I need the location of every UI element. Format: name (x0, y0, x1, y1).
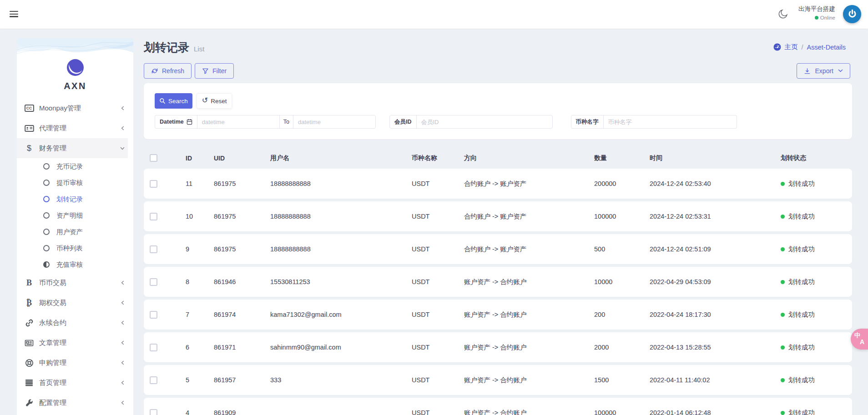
table-row: 6861971sahinmm90@gmail.comUSDT账户资产 -> 合约… (144, 332, 852, 362)
cell-coin: USDT (412, 245, 464, 253)
cell-coin: USDT (412, 409, 464, 415)
chevron-left-icon (120, 340, 125, 345)
circle-icon (43, 180, 50, 186)
row-checkbox[interactable] (150, 278, 157, 286)
cell-amount: 10000 (594, 278, 650, 285)
chevron-down-icon (838, 69, 843, 73)
cell-direction: 账户资产 -> 合约账户 (464, 376, 594, 385)
filter-icon (202, 68, 209, 75)
search-button[interactable]: Search (155, 93, 192, 109)
datetime-from-input[interactable] (197, 115, 279, 128)
avatar[interactable] (843, 5, 861, 23)
cell-time: 2022-04-13 15:28:55 (650, 344, 781, 351)
sidebar-subitem-asset-details[interactable]: 资产明细 (17, 207, 133, 224)
chevron-left-icon (120, 300, 125, 305)
breadcrumb-separator: / (802, 44, 803, 51)
page-title: 划转记录List (144, 40, 204, 55)
row-checkbox[interactable] (150, 344, 157, 351)
cell-direction: 账户资产 -> 合约账户 (464, 409, 594, 415)
sidebar-subitem-label: 划转记录 (56, 195, 83, 204)
config-icon (24, 399, 35, 407)
cell-id: 9 (186, 245, 214, 253)
sidebar-item-config[interactable]: 配置管理 (17, 393, 133, 413)
row-checkbox[interactable] (150, 311, 157, 319)
cell-id: 10 (186, 213, 214, 220)
row-checkbox[interactable] (150, 376, 157, 384)
cell-amount: 1500 (594, 376, 650, 384)
cell-amount: 100000 (594, 409, 650, 415)
calendar-icon (187, 119, 192, 125)
sidebar-nav: CCMoonpay管理代理管理$财务管理充币记录提币审核划转记录资产明细用户资产… (17, 98, 133, 413)
datetime-range-group: Datetime To (155, 115, 376, 129)
cell-coin: USDT (412, 180, 464, 187)
top-header: 出海平台搭建 Online (0, 0, 868, 29)
sidebar-item-finance[interactable]: $财务管理 (17, 138, 128, 158)
select-all-checkbox[interactable] (150, 154, 157, 162)
sidebar-item-moonpay[interactable]: CCMoonpay管理 (17, 98, 133, 118)
datetime-label: Datetime (155, 115, 197, 128)
cell-username: kama71302@gmail.com (270, 311, 412, 318)
filter-button[interactable]: Filter (195, 63, 234, 79)
cell-id: 11 (186, 180, 214, 187)
circle-icon (43, 245, 50, 251)
agent-icon (24, 125, 35, 132)
status-dot-icon (781, 182, 785, 186)
dark-mode-moon-icon[interactable] (777, 8, 790, 21)
cell-uid: 861974 (214, 311, 270, 318)
sidebar-item-spot-trade[interactable]: B币币交易 (17, 273, 133, 293)
brand-text: AXN (17, 81, 133, 91)
coin-name-input[interactable] (604, 115, 737, 128)
cell-time: 2024-12-24 02:51:09 (650, 245, 781, 253)
hamburger-menu-icon[interactable] (10, 11, 18, 19)
refresh-button[interactable]: Refresh (144, 63, 192, 79)
export-button[interactable]: Export (797, 63, 850, 79)
sidebar-item-perpetual[interactable]: 永续合约 (17, 313, 133, 333)
sidebar-subitem-deposit-records[interactable]: 充币记录 (17, 158, 133, 175)
status-dot-icon (781, 378, 785, 382)
translate-fab-button[interactable]: 中 A (851, 329, 868, 350)
sidebar-subitem-transfer-records[interactable]: 划转记录 (17, 191, 133, 207)
row-checkbox[interactable] (150, 213, 157, 220)
cell-direction: 合约账户 -> 账户资产 (464, 180, 594, 188)
status-dot-icon (781, 215, 785, 219)
sidebar-subitem-coin-list[interactable]: 币种列表 (17, 240, 133, 256)
sidebar-item-homepage[interactable]: 首页管理 (17, 373, 133, 393)
cell-status: 划转成功 (781, 180, 852, 188)
cell-uid: 861909 (214, 409, 270, 415)
sidebar-item-subscribe[interactable]: 申购管理 (17, 353, 133, 373)
cell-status: 划转成功 (781, 278, 852, 286)
member-id-label: 会员ID (390, 115, 417, 128)
account-info: 出海平台搭建 Online (798, 5, 835, 20)
sidebar-subitem-label: 资产明细 (56, 211, 83, 220)
sidebar-subitem-label: 用户资产 (56, 228, 83, 236)
table-row: 1086197518888888888USDT合约账户 -> 账户资产10000… (144, 201, 852, 231)
sidebar-item-article[interactable]: 文章管理 (17, 333, 133, 353)
cell-id: 4 (186, 409, 214, 415)
sidebar-item-label: 首页管理 (39, 379, 120, 387)
row-checkbox[interactable] (150, 180, 157, 188)
breadcrumb-current[interactable]: Asset-Details (807, 44, 846, 51)
sidebar-item-agent[interactable]: 代理管理 (17, 118, 133, 138)
cell-amount: 200000 (594, 180, 650, 187)
sidebar-subitem-label: 充值审核 (56, 260, 83, 269)
member-id-input[interactable] (417, 115, 552, 128)
sidebar-item-label: 期权交易 (39, 299, 120, 307)
cell-coin: USDT (412, 376, 464, 384)
row-checkbox[interactable] (150, 245, 157, 253)
sidebar-subitem-recharge-review[interactable]: 充值审核 (17, 256, 133, 273)
sidebar-item-option-trade[interactable]: ₿期权交易 (17, 293, 133, 313)
page-subtitle: List (194, 45, 204, 53)
cell-amount: 2000 (594, 344, 650, 351)
status-dot-icon (781, 247, 785, 251)
cell-direction: 账户资产 -> 合约账户 (464, 278, 594, 286)
sidebar-subitem-user-assets[interactable]: 用户资产 (17, 224, 133, 240)
cell-status: 划转成功 (781, 245, 852, 254)
reset-button[interactable]: ↺ Reset (197, 93, 232, 109)
sidebar-subitem-label: 充币记录 (56, 162, 83, 171)
coin-name-group: 币种名字 (571, 115, 737, 129)
row-checkbox[interactable] (150, 409, 157, 415)
article-icon (24, 339, 35, 347)
datetime-to-input[interactable] (293, 115, 375, 128)
breadcrumb-home[interactable]: 主页 (785, 43, 798, 51)
sidebar-subitem-withdraw-review[interactable]: 提币审核 (17, 175, 133, 191)
